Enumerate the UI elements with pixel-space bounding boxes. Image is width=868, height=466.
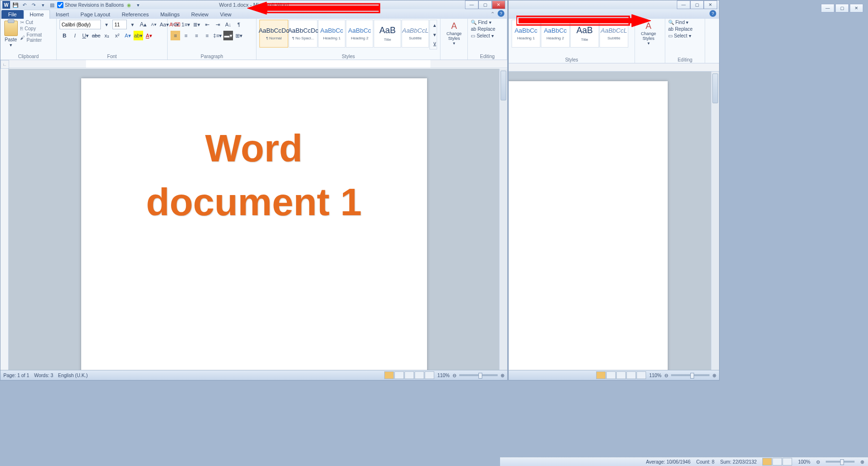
bg-close-button[interactable]: ✕ — [850, 4, 863, 12]
undo-icon[interactable]: ↶ — [21, 1, 28, 9]
underline-button[interactable]: U▾ — [81, 31, 90, 40]
zoom-slider[interactable] — [459, 374, 498, 376]
replace-button-2[interactable]: ab Replace — [668, 26, 693, 32]
minimize-button[interactable]: — — [677, 0, 690, 9]
view-web-2[interactable] — [616, 371, 626, 379]
tab-selector[interactable]: ∟ — [0, 60, 9, 69]
excel-zoom-out-icon[interactable]: ⊖ — [816, 459, 820, 465]
excel-zoom-slider[interactable] — [826, 461, 855, 463]
numbering-icon[interactable]: 1≡▾ — [181, 20, 191, 29]
ruler-horizontal-2[interactable] — [509, 63, 719, 72]
qat-more-icon[interactable]: ▾ — [39, 1, 47, 9]
bg-minimize-button[interactable]: — — [821, 4, 834, 12]
ruler-vertical[interactable] — [0, 69, 9, 370]
view-draft[interactable] — [425, 371, 434, 379]
tab-mailings[interactable]: Mailings — [155, 10, 185, 19]
view-outline-2[interactable] — [626, 371, 636, 379]
tab-page-layout[interactable]: Page Layout — [75, 10, 116, 19]
vscrollbar[interactable] — [499, 69, 507, 370]
qat-drop-icon[interactable]: ▾ — [134, 1, 142, 9]
change-styles-button[interactable]: AChange Styles▾ — [443, 20, 465, 47]
excel-view1[interactable] — [762, 458, 772, 466]
zoom-in-icon[interactable]: ⊕ — [501, 373, 504, 378]
excel-zoom[interactable]: 100% — [798, 459, 810, 465]
tab-review[interactable]: Review — [185, 10, 214, 19]
close-button[interactable]: ✕ — [704, 0, 717, 9]
styles-up-icon[interactable]: ▴ — [430, 20, 440, 30]
close-button[interactable]: ✕ — [492, 0, 505, 9]
view-draft-2[interactable] — [636, 371, 646, 379]
show-marks-icon[interactable]: ¶ — [234, 20, 244, 29]
help-icon[interactable]: ? — [709, 10, 716, 17]
document-area[interactable]: Word document 1 — [9, 69, 499, 370]
align-center-icon[interactable]: ≡ — [181, 31, 191, 40]
font-size-combo[interactable]: 11 — [112, 20, 127, 29]
excel-view3[interactable] — [782, 458, 792, 466]
style-heading2[interactable]: AaBbCcHeading 2 — [346, 20, 373, 48]
qat-item-icon[interactable]: ▤ — [48, 1, 56, 9]
style-title[interactable]: AaBTitle — [374, 20, 401, 48]
grow-font-icon[interactable]: A▴ — [138, 20, 148, 29]
bullets-icon[interactable]: ⁝≡▾ — [171, 20, 180, 29]
borders-icon[interactable]: ⊞▾ — [234, 31, 244, 40]
shrink-font-icon[interactable]: A▾ — [149, 20, 159, 29]
shading-icon[interactable]: ▬▾ — [223, 31, 233, 40]
replace-button[interactable]: abReplace — [471, 26, 495, 32]
zoom-out-2[interactable]: ⊖ — [664, 373, 668, 378]
minimize-ribbon-icon[interactable]: ⌃ — [490, 11, 495, 17]
view-full[interactable] — [394, 371, 404, 379]
style-heading1[interactable]: AaBbCcHeading 1 — [318, 20, 345, 48]
superscript-button[interactable]: x² — [112, 31, 122, 40]
tab-home[interactable]: Home — [24, 10, 50, 19]
zoom-level-2[interactable]: 110% — [649, 373, 661, 378]
page-indicator[interactable]: Page: 1 of 1 — [3, 373, 29, 378]
restore-button[interactable]: ▢ — [690, 0, 704, 9]
view-print-2[interactable] — [596, 371, 606, 379]
select-button-2[interactable]: ▭ Select ▾ — [668, 33, 693, 38]
cut-button[interactable]: ✂Cut — [20, 20, 53, 25]
subscript-button[interactable]: x₂ — [102, 31, 111, 40]
styles-gallery[interactable]: AaBbCcDc¶ Normal AaBbCcDc¶ No Spaci... A… — [259, 20, 437, 59]
tab-insert[interactable]: Insert — [50, 10, 75, 19]
font-name-combo[interactable]: Calibri (Body) — [60, 20, 101, 29]
find-button[interactable]: 🔍Find ▾ — [471, 20, 495, 25]
format-painter-button[interactable]: 🖌Format Painter — [20, 32, 53, 43]
align-left-icon[interactable]: ≡ — [171, 31, 180, 40]
help-icon[interactable]: ? — [498, 10, 504, 17]
save-icon[interactable]: 💾 — [12, 1, 19, 9]
font-color-icon[interactable]: A▾ — [144, 31, 154, 40]
inc-indent-icon[interactable]: ⇥ — [213, 20, 222, 29]
view-print[interactable] — [384, 371, 394, 379]
view-full-2[interactable] — [606, 371, 616, 379]
find-button-2[interactable]: 🔍 Find ▾ — [668, 20, 693, 25]
ruler-horizontal[interactable] — [9, 60, 507, 68]
excel-zoom-in-icon[interactable]: ⊕ — [860, 459, 864, 465]
line-spacing-icon[interactable]: ‡≡▾ — [213, 31, 222, 40]
sort-icon[interactable]: A↓ — [223, 20, 233, 29]
bold-button[interactable]: B — [60, 31, 69, 40]
revisions-checkbox[interactable] — [57, 2, 63, 8]
select-button[interactable]: ▭Select ▾ — [471, 33, 495, 38]
tab-view[interactable]: View — [214, 10, 237, 19]
tab-references[interactable]: References — [116, 10, 154, 19]
dec-indent-icon[interactable]: ⇤ — [202, 20, 212, 29]
document-area-2[interactable]: t 2 — [509, 72, 711, 370]
text-effects-icon[interactable]: A▾ — [123, 31, 133, 40]
zoom-slider-2[interactable] — [671, 374, 709, 376]
justify-icon[interactable]: ≡ — [202, 31, 212, 40]
strike-button[interactable]: abc — [91, 31, 101, 40]
zoom-out-icon[interactable]: ⊖ — [452, 373, 456, 378]
paste-button[interactable]: Paste▾ — [3, 20, 18, 48]
copy-button[interactable]: ⎘Copy — [20, 26, 53, 31]
bg-restore-button[interactable]: ▢ — [835, 4, 849, 12]
vscrollbar-2[interactable] — [711, 72, 719, 370]
restore-button[interactable]: ▢ — [478, 0, 492, 9]
zoom-in-2[interactable]: ⊕ — [712, 373, 716, 378]
view-web[interactable] — [404, 371, 414, 379]
language-indicator[interactable]: English (U.K.) — [58, 373, 88, 378]
word-count[interactable]: Words: 3 — [34, 373, 53, 378]
align-right-icon[interactable]: ≡ — [192, 31, 201, 40]
minimize-button[interactable]: — — [465, 0, 478, 9]
highlight-icon[interactable]: ab▾ — [134, 31, 143, 40]
style-subtitle[interactable]: AaBbCcLSubtitle — [402, 20, 429, 48]
